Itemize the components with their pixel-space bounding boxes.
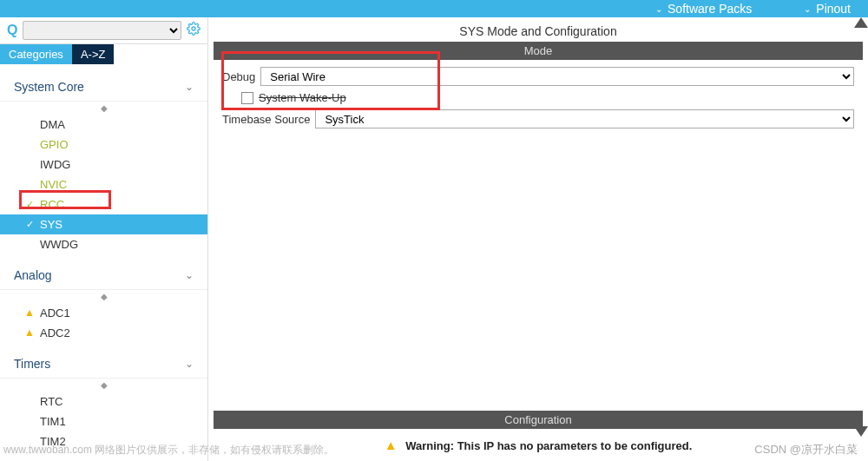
section-label: Analog (14, 268, 52, 282)
search-input[interactable] (23, 21, 181, 40)
section-system-core[interactable]: System Core ⌄ (0, 73, 207, 102)
tree-item-nvic[interactable]: NVIC (0, 175, 207, 194)
top-menu: ⌄ Software Packs ⌄ Pinout (0, 0, 868, 17)
section-label: System Core (14, 80, 84, 94)
menu-label: Software Packs (667, 2, 752, 16)
tab-row: Categories A->Z (0, 44, 207, 64)
right-panel: SYS Mode and Configuration Mode Debug Se… (208, 17, 868, 461)
chevron-down-icon: ⌄ (185, 269, 194, 281)
timebase-label: Timebase Source (222, 113, 310, 126)
search-row: Q (0, 17, 207, 44)
tree-item-sys[interactable]: ✓SYS (0, 214, 207, 234)
chevron-down-icon: ⌄ (804, 4, 811, 14)
mode-body: Debug Serial Wire System Wake-Up Timebas… (214, 60, 863, 141)
chevron-down-icon: ⌄ (185, 81, 194, 93)
debug-select[interactable]: Serial Wire (260, 67, 854, 86)
tree-item-rcc[interactable]: ✓RCC (0, 194, 207, 214)
warning-icon: ▲ (24, 306, 35, 320)
tab-az[interactable]: A->Z (72, 44, 115, 64)
watermark-text: www.twwoban.com 网络图片仅供展示，非存储，如有侵权请联系删除。 (3, 443, 334, 458)
tree-item-tim1[interactable]: TIM1 (0, 412, 207, 431)
csdn-attribution: CSDN @凉开水白菜 (754, 442, 858, 458)
main: Q Categories A->Z System Core ⌄ ◆ DMA GP… (0, 17, 868, 461)
tree-item-rtc[interactable]: RTC (0, 392, 207, 412)
chevron-down-icon: ⌄ (655, 4, 662, 14)
gear-icon[interactable] (187, 22, 201, 39)
tree-item-label: ADC2 (40, 326, 70, 339)
tree-item-adc2[interactable]: ▲ADC2 (0, 323, 207, 343)
sort-icon[interactable]: ◆ (0, 102, 207, 115)
warning-icon: ▲ (385, 438, 398, 452)
left-panel: Q Categories A->Z System Core ⌄ ◆ DMA GP… (0, 17, 208, 461)
section-label: Timers (14, 357, 50, 371)
panel-title: SYS Mode and Configuration (214, 17, 863, 42)
mode-header: Mode (214, 42, 863, 60)
menu-software-packs[interactable]: ⌄ Software Packs (655, 2, 752, 16)
timebase-select[interactable]: SysTick (315, 109, 854, 128)
row-timebase: Timebase Source SysTick (222, 109, 854, 128)
tree-item-adc1[interactable]: ▲ADC1 (0, 303, 207, 323)
tree-item-label: SYS (40, 218, 62, 231)
tree-item-iwdg[interactable]: IWDG (0, 155, 207, 175)
section-timers[interactable]: Timers ⌄ (0, 350, 207, 379)
warning-icon: ▲ (24, 326, 35, 340)
search-icon[interactable]: Q (7, 23, 17, 38)
check-icon: ✓ (26, 217, 34, 232)
wakeup-label: System Wake-Up (259, 91, 346, 104)
check-icon: ✓ (26, 197, 34, 212)
section-analog[interactable]: Analog ⌄ (0, 261, 207, 290)
svg-point-0 (192, 27, 195, 30)
sort-icon[interactable]: ◆ (0, 379, 207, 392)
debug-label: Debug (222, 70, 255, 83)
chevron-down-icon: ⌄ (185, 358, 194, 370)
tree-item-label: RCC (40, 198, 64, 211)
scroll-down-icon[interactable] (854, 426, 868, 437)
scroll-up-icon[interactable] (854, 17, 868, 28)
menu-pinout[interactable]: ⌄ Pinout (804, 2, 851, 16)
warning-text: Warning: This IP has no parameters to be… (405, 439, 692, 452)
menu-label: Pinout (816, 2, 851, 16)
tree-item-gpio[interactable]: GPIO (0, 135, 207, 155)
tree: System Core ⌄ ◆ DMA GPIO IWDG NVIC ✓RCC … (0, 64, 207, 461)
sort-icon[interactable]: ◆ (0, 290, 207, 303)
config-header: Configuration (214, 411, 863, 429)
tree-item-dma[interactable]: DMA (0, 115, 207, 135)
spacer (214, 141, 863, 405)
tab-categories[interactable]: Categories (0, 44, 72, 64)
row-debug: Debug Serial Wire (222, 67, 854, 86)
tree-item-label: ADC1 (40, 306, 70, 319)
tree-item-wwdg[interactable]: WWDG (0, 234, 207, 254)
row-wakeup: System Wake-Up (222, 91, 854, 104)
wakeup-checkbox[interactable] (241, 92, 253, 104)
